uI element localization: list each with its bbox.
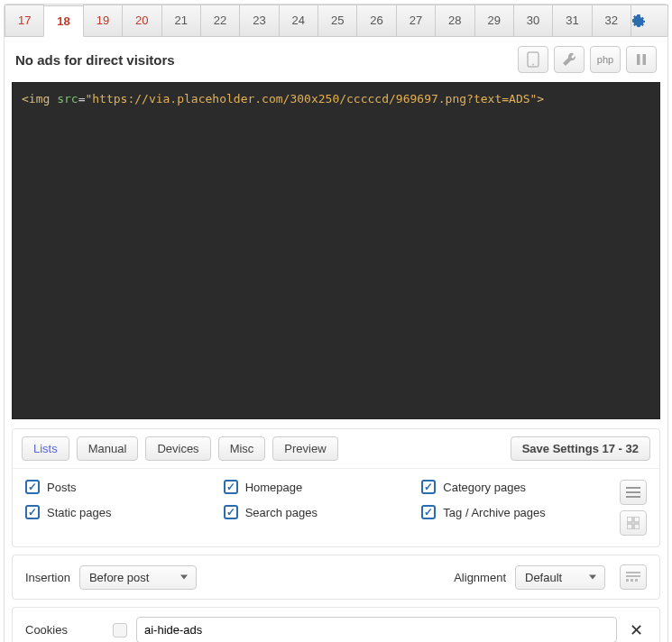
insertion-value: Before post: [89, 571, 150, 584]
svg-rect-14: [631, 579, 633, 582]
alignment-select[interactable]: Default: [515, 565, 605, 590]
checkbox-homepage[interactable]: ✓Homepage: [224, 480, 422, 494]
tabs-bar: 17181920212223242526272829303132: [5, 5, 667, 37]
list-view-icon[interactable]: [620, 480, 647, 505]
device-preview-button[interactable]: [518, 46, 548, 73]
tab-29[interactable]: 29: [474, 5, 514, 36]
tab-19[interactable]: 19: [83, 5, 123, 36]
php-toggle-button[interactable]: php: [590, 46, 621, 73]
tab-28[interactable]: 28: [435, 5, 474, 36]
settings-gear-tab[interactable]: [631, 5, 668, 36]
checkbox-label: Static pages: [47, 506, 112, 519]
tab-misc[interactable]: Misc: [218, 436, 266, 461]
check-icon: ✓: [421, 480, 436, 494]
tab-30[interactable]: 30: [513, 5, 553, 36]
check-icon: ✓: [224, 480, 238, 494]
tab-devices[interactable]: Devices: [145, 436, 210, 461]
alignment-label: Alignment: [454, 571, 506, 584]
alignment-value: Default: [525, 571, 562, 584]
tab-25[interactable]: 25: [318, 5, 357, 36]
tab-21[interactable]: 21: [161, 5, 201, 36]
checkbox-posts[interactable]: ✓Posts: [25, 480, 224, 494]
svg-rect-2: [637, 54, 640, 65]
tools-button[interactable]: [554, 46, 585, 73]
page-title: No ads for direct visitors: [15, 52, 512, 68]
check-icon: ✓: [421, 505, 436, 519]
checkbox-label: Search pages: [245, 506, 318, 519]
check-icon: ✓: [25, 505, 40, 519]
svg-rect-7: [627, 517, 632, 522]
checkbox-category-pages[interactable]: ✓Category pages: [421, 480, 620, 494]
svg-rect-5: [626, 491, 640, 493]
tab-manual[interactable]: Manual: [77, 436, 139, 461]
cookies-label: Cookies: [25, 623, 68, 637]
pause-button[interactable]: [626, 46, 657, 73]
tab-20[interactable]: 20: [122, 5, 161, 36]
checkbox-tag-archive-pages[interactable]: ✓Tag / Archive pages: [421, 505, 620, 519]
tab-24[interactable]: 24: [279, 5, 318, 36]
svg-rect-8: [634, 517, 640, 522]
svg-rect-13: [626, 579, 629, 582]
svg-point-1: [532, 64, 534, 66]
svg-rect-10: [634, 524, 640, 529]
tab-17[interactable]: 17: [5, 5, 44, 36]
checkbox-label: Category pages: [443, 481, 526, 494]
svg-rect-15: [635, 579, 638, 582]
insertion-select[interactable]: Before post: [79, 565, 197, 590]
checks-col-1: ✓Posts✓Static pages: [25, 480, 224, 519]
tab-23[interactable]: 23: [239, 5, 279, 36]
checks-col-3: ✓Category pages✓Tag / Archive pages: [421, 480, 620, 519]
alignment-options-icon[interactable]: [620, 564, 647, 590]
cookies-input[interactable]: [136, 617, 617, 642]
tab-32[interactable]: 32: [592, 5, 631, 36]
insertion-label: Insertion: [25, 571, 70, 584]
grid-view-icon[interactable]: [620, 510, 647, 536]
tab-lists[interactable]: Lists: [22, 436, 69, 461]
tab-26[interactable]: 26: [356, 5, 396, 36]
check-icon: ✓: [224, 505, 238, 519]
svg-rect-4: [626, 487, 640, 489]
checks-col-2: ✓Homepage✓Search pages: [224, 480, 422, 519]
svg-rect-3: [643, 54, 647, 65]
tab-22[interactable]: 22: [200, 5, 240, 36]
subtabs-row: Lists Manual Devices Misc Preview Save S…: [13, 429, 659, 469]
tab-27[interactable]: 27: [396, 5, 436, 36]
save-settings-button[interactable]: Save Settings 17 - 32: [511, 436, 650, 461]
tab-18[interactable]: 18: [43, 5, 83, 37]
close-icon[interactable]: ✕: [626, 620, 647, 640]
checkbox-label: Tag / Archive pages: [443, 506, 545, 519]
checkbox-label: Posts: [47, 481, 77, 494]
code-editor[interactable]: <img src="https://via.placeholder.com/30…: [12, 82, 660, 419]
cookies-whitelist-toggle[interactable]: [113, 623, 127, 637]
checkbox-search-pages[interactable]: ✓Search pages: [224, 505, 422, 519]
tab-31[interactable]: 31: [552, 5, 592, 36]
checkbox-label: Homepage: [245, 481, 303, 494]
tab-preview[interactable]: Preview: [272, 436, 337, 461]
svg-rect-6: [626, 496, 640, 498]
checkbox-static-pages[interactable]: ✓Static pages: [25, 505, 224, 519]
svg-rect-11: [626, 572, 640, 573]
check-icon: ✓: [25, 480, 40, 494]
svg-rect-9: [627, 524, 632, 529]
svg-rect-12: [626, 575, 640, 577]
